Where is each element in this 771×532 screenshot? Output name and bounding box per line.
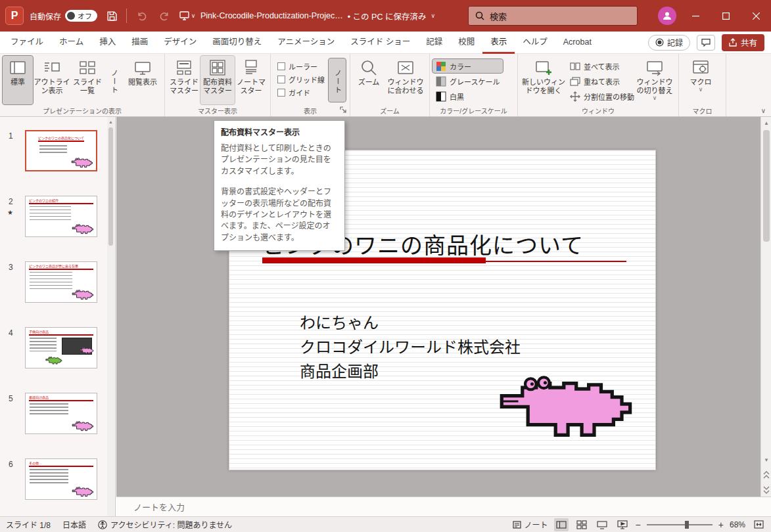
- zoom-slider-thumb[interactable]: [685, 521, 689, 529]
- tab-design[interactable]: デザイン: [156, 32, 204, 54]
- powerpoint-logo[interactable]: P: [5, 7, 24, 25]
- document-title-area[interactable]: Pink-Crocodile-Productization-Projec… • …: [200, 0, 435, 32]
- notes-input[interactable]: ノートを入力: [133, 500, 185, 513]
- crocodile-image: [72, 224, 94, 234]
- slide-body-text[interactable]: わにちゃん クロコダイルワールド株式会社 商品企画部: [300, 311, 521, 384]
- scrollbar-thumb[interactable]: [108, 127, 113, 246]
- chevron-down-icon: ∨: [699, 87, 703, 93]
- display-settings-button[interactable]: ∨: [179, 7, 196, 24]
- crocodile-image[interactable]: [498, 375, 636, 441]
- gridlines-checkbox[interactable]: グリッド線: [277, 74, 325, 85]
- slide-sorter-view-button[interactable]: [574, 518, 589, 531]
- reading-view-button[interactable]: 閲覧表示: [124, 56, 162, 104]
- thumbnail-body-lines: [30, 469, 68, 485]
- scrollbar-up-button[interactable]: ▲: [107, 117, 114, 126]
- redo-button[interactable]: [156, 7, 173, 24]
- save-icon: [106, 11, 118, 22]
- black-white-button[interactable]: 白黒: [432, 89, 503, 103]
- thumbnail-slide-2[interactable]: 2 ★ ピンクのワニの紹介: [0, 194, 116, 260]
- close-button[interactable]: [741, 0, 771, 32]
- notes-toggle-button[interactable]: ノート: [513, 519, 548, 530]
- autosave-control[interactable]: 自動保存 オフ: [30, 10, 97, 22]
- tab-help[interactable]: ヘルプ: [515, 32, 555, 54]
- fit-to-window-button[interactable]: ウィンドウに合わせる: [385, 56, 427, 104]
- previous-slide-button[interactable]: [761, 468, 771, 481]
- thumbnail-slide-6[interactable]: 6 その他…: [0, 457, 116, 523]
- autosave-toggle[interactable]: オフ: [65, 10, 97, 22]
- outline-view-button[interactable]: アウトライン表示: [33, 56, 71, 104]
- move-split-button[interactable]: 分割位置の移動: [567, 89, 634, 103]
- record-button[interactable]: 記録: [648, 35, 690, 51]
- language-status[interactable]: 日本語: [62, 519, 86, 530]
- search-icon: [475, 11, 484, 20]
- notes-master-button[interactable]: ノートマスター: [235, 56, 268, 104]
- main-scrollbar[interactable]: ▲ ▼: [760, 117, 771, 497]
- comments-button[interactable]: [697, 35, 715, 51]
- thumbnail-slide-1[interactable]: 1 ピンクのワニの商品化について: [0, 129, 116, 194]
- cascade-button[interactable]: 重ねて表示: [567, 74, 634, 88]
- tab-slideshow[interactable]: スライド ショー: [342, 32, 418, 54]
- new-window-button[interactable]: 新しいウィンドウを開く: [521, 56, 567, 104]
- zoom-out-button[interactable]: −: [636, 520, 641, 530]
- save-button[interactable]: [103, 7, 120, 24]
- tab-review[interactable]: 校閲: [450, 32, 482, 54]
- ribbon-collapse-button[interactable]: ∨: [761, 107, 766, 114]
- thumbnail-slide-3[interactable]: 3 ピンクのワニ商品が世に出る背景: [0, 260, 116, 326]
- thumbnail-slide-5[interactable]: 5 奥様向け商品: [0, 391, 116, 457]
- reading-view-button[interactable]: [595, 518, 609, 531]
- tab-home[interactable]: ホーム: [51, 32, 91, 54]
- handout-master-button[interactable]: 配布資料マスター: [200, 56, 235, 104]
- notes-pane[interactable]: ノートを入力: [116, 497, 771, 516]
- tab-animations[interactable]: アニメーション: [269, 32, 342, 54]
- title-underline-thick: [262, 257, 486, 263]
- arrange-all-button[interactable]: 並べて表示: [567, 59, 634, 73]
- fit-slide-button[interactable]: [751, 518, 766, 531]
- zoom-percentage[interactable]: 68%: [730, 520, 745, 529]
- accessibility-status[interactable]: アクセシビリティ: 問題ありません: [98, 519, 232, 530]
- tab-record[interactable]: 記録: [418, 32, 450, 54]
- slide-sorter-button[interactable]: スライド一覧: [71, 56, 104, 104]
- tab-acrobat[interactable]: Acrobat: [555, 32, 599, 54]
- notes-page-button[interactable]: ノート: [105, 58, 122, 102]
- slideshow-button[interactable]: [615, 518, 630, 531]
- fit-to-window-icon: [396, 58, 415, 77]
- normal-view-button[interactable]: [554, 518, 569, 531]
- share-button[interactable]: 共有: [722, 34, 764, 51]
- grayscale-button[interactable]: グレースケール: [432, 74, 503, 88]
- tab-draw[interactable]: 描画: [124, 32, 156, 54]
- guides-checkbox[interactable]: ガイド: [277, 87, 325, 98]
- search-box[interactable]: 検索: [468, 6, 638, 26]
- notes-toggle-button[interactable]: ノート: [329, 58, 346, 102]
- normal-view-button[interactable]: 標準: [3, 56, 33, 104]
- group-show: ルーラー グリッド線 ガイド ノート 表示: [271, 54, 350, 116]
- slide-master-button[interactable]: スライドマスター: [168, 56, 200, 104]
- maximize-button[interactable]: [711, 0, 741, 32]
- slide-canvas[interactable]: ピンクのワニの商品化について わにちゃん クロコダイルワールド株式会社 商品企画…: [116, 117, 760, 497]
- switch-windows-button[interactable]: ウィンドウの切り替え ∨: [634, 56, 676, 104]
- zoom-button[interactable]: ズーム: [353, 56, 385, 104]
- accessibility-icon: [98, 520, 107, 529]
- slide-master-icon: [175, 58, 193, 77]
- minimize-button[interactable]: [680, 0, 711, 32]
- macros-button[interactable]: マクロ ∨: [682, 56, 720, 104]
- next-slide-button[interactable]: [761, 483, 771, 497]
- zoom-slider[interactable]: [647, 520, 713, 529]
- tab-file[interactable]: ファイル: [3, 32, 51, 54]
- scrollbar-up-button[interactable]: ▲: [761, 117, 771, 129]
- scrollbar-thumb[interactable]: [763, 130, 770, 242]
- color-button[interactable]: カラー: [432, 59, 503, 73]
- tab-insert[interactable]: 挿入: [91, 32, 124, 54]
- thumbnail-slide-4[interactable]: 4 子供向け商品: [0, 326, 116, 391]
- ruler-checkbox[interactable]: ルーラー: [277, 61, 325, 72]
- zoom-label: ズーム: [358, 78, 380, 87]
- thumbnail-scrollbar[interactable]: ▲: [107, 117, 114, 516]
- autosave-state: オフ: [78, 11, 92, 21]
- tab-view[interactable]: 表示: [482, 32, 515, 54]
- undo-button[interactable]: [133, 7, 150, 24]
- scrollbar-down-button[interactable]: ▼: [761, 453, 771, 466]
- thumbnail-body-lines: [30, 403, 68, 415]
- slide-counter[interactable]: スライド 1/8: [6, 519, 51, 530]
- tab-transitions[interactable]: 画面切り替え: [204, 32, 269, 54]
- zoom-in-button[interactable]: +: [718, 520, 724, 530]
- avatar[interactable]: [658, 7, 676, 25]
